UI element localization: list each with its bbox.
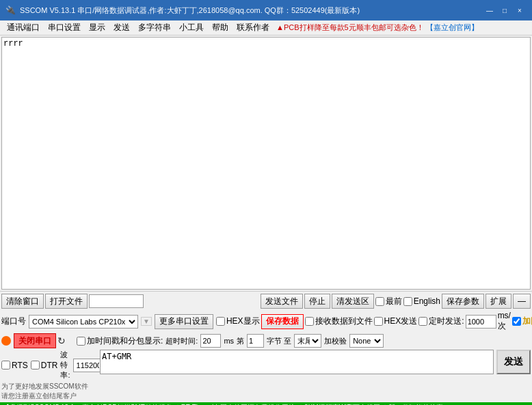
- timed-send-label: 定时发送:: [418, 316, 464, 327]
- title-bar-icon: 🔌: [5, 5, 16, 15]
- clear-window-button[interactable]: 清除窗口: [1, 294, 44, 309]
- send-area-row: RTS DTR 波特率: 115200 为了更好地发展SSCOM软件 请您注册嘉…: [1, 350, 531, 401]
- hex-display-checkbox[interactable]: [216, 317, 225, 326]
- timeout-label: 超时时间:: [165, 336, 198, 346]
- toolbar-row1: 清除窗口 打开文件 发送文件 停止 清发送区 最前 English 保存参数 扩…: [1, 293, 531, 309]
- note-area: 为了更好地发展SSCOM软件 请您注册嘉立创结尾客户: [1, 382, 97, 401]
- clear-send-button[interactable]: 清发送区: [332, 294, 374, 309]
- save-params-button[interactable]: 保存参数: [442, 294, 484, 309]
- menu-contact[interactable]: 联系作者: [232, 20, 274, 35]
- note-line2: 请您注册嘉立创结尾客户: [1, 391, 97, 401]
- byte-label: 字节 至: [267, 336, 291, 346]
- page-input[interactable]: [247, 334, 264, 348]
- left-controls: RTS DTR 波特率: 115200 为了更好地发展SSCOM软件 请您注册嘉…: [1, 350, 97, 401]
- menu-ad: ▲PCB打样降至每款5元顺丰包邮可选杂色！ 【嘉立创官网】: [274, 21, 481, 34]
- check-select[interactable]: None: [349, 334, 384, 348]
- add-enter-label: 加回车换行: [512, 316, 532, 327]
- close-button[interactable]: ×: [513, 3, 527, 17]
- dtr-checkbox[interactable]: [31, 361, 40, 369]
- dtr-label: DTR: [31, 361, 58, 370]
- title-bar-text: SSCOM V5.13.1 串口/网络数据调试器,作者:大虾丁丁,2618058…: [20, 5, 483, 16]
- receive-file-checkbox[interactable]: [305, 317, 314, 326]
- rts-label: RTS: [1, 361, 28, 370]
- last-checkbox-label: 最前: [375, 296, 402, 307]
- main-display-area: rrrr: [1, 37, 531, 290]
- close-port-area: 关闭串口 ↻: [1, 333, 66, 348]
- more-settings-button[interactable]: 更多串口设置: [155, 314, 213, 329]
- status-indicator: [1, 336, 11, 346]
- send-button[interactable]: 发送: [496, 350, 531, 374]
- menu-official-link[interactable]: 【嘉立创官网】: [426, 23, 479, 31]
- receive-file-label: 接收数据到文件: [305, 316, 373, 327]
- add-enter-text: 加回车换行: [522, 316, 532, 327]
- port-dropdown-arrow[interactable]: ▼: [141, 317, 152, 326]
- bottom-area: 清除窗口 打开文件 发送文件 停止 清发送区 最前 English 保存参数 扩…: [0, 291, 532, 402]
- hex-send-checkbox[interactable]: [374, 317, 383, 326]
- menu-help[interactable]: 帮助: [208, 20, 232, 35]
- rts-dtr-row: RTS DTR 波特率: 115200: [1, 350, 97, 380]
- rts-checkbox[interactable]: [1, 361, 10, 369]
- baud-label: 波特率:: [60, 350, 70, 380]
- timeout-unit: ms: [224, 337, 234, 345]
- hex-display-label: HEX显示: [216, 316, 260, 327]
- title-bar: 🔌 SSCOM V5.13.1 串口/网络数据调试器,作者:大虾丁丁,26180…: [0, 0, 532, 20]
- menu-tools[interactable]: 小工具: [175, 20, 208, 35]
- refresh-icon[interactable]: ↻: [57, 335, 66, 346]
- close-port-button[interactable]: 关闭串口: [14, 333, 56, 348]
- hex-send-label: HEX发送: [374, 316, 418, 327]
- save-data-button[interactable]: 保存数据: [261, 314, 304, 329]
- timestamp-label: 加时间戳和分包显示:: [77, 335, 163, 347]
- menu-serial-settings[interactable]: 串口设置: [44, 20, 85, 35]
- port-label: 端口号: [1, 316, 26, 327]
- english-checkbox[interactable]: [403, 297, 412, 306]
- timeout-input[interactable]: [200, 334, 221, 348]
- add-enter-checkbox[interactable]: [512, 317, 521, 326]
- send-file-button[interactable]: 发送文件: [261, 294, 303, 309]
- minimize-button[interactable]: —: [483, 3, 496, 17]
- hex-options: HEX显示 保存数据 接收数据到文件 HEX发送 定时发送: ms/次 加回车换…: [216, 311, 532, 332]
- send-controls: AT+GMR 发送: [100, 350, 531, 374]
- send-text-input[interactable]: AT+GMR: [100, 350, 494, 374]
- last-checkbox[interactable]: [375, 297, 384, 306]
- port-row: 端口号 COM4 Silicon Labs CP210x U... ▼ 更多串口…: [1, 311, 531, 332]
- port-select[interactable]: COM4 Silicon Labs CP210x U...: [29, 315, 138, 329]
- check-label: 加校验: [324, 336, 347, 346]
- menu-comm-port[interactable]: 通讯端口: [3, 20, 44, 35]
- timed-unit: ms/次: [498, 311, 511, 332]
- page-label: 第: [237, 336, 244, 346]
- expand-button[interactable]: 扩展: [486, 294, 511, 309]
- title-bar-controls: — □ ×: [483, 3, 527, 17]
- stop-button[interactable]: 停止: [304, 294, 330, 309]
- menu-multistring[interactable]: 多字符串: [134, 20, 175, 35]
- status-ticker-bar: 【升级到SSCOM5.13.1 ★嘉立创PCB打样SMT贴片服务 ★RT-Thr…: [0, 402, 532, 405]
- open-file-button[interactable]: 打开文件: [45, 294, 88, 309]
- collapse-button[interactable]: —: [513, 294, 531, 309]
- menu-display[interactable]: 显示: [85, 20, 109, 35]
- timed-value-input[interactable]: [466, 315, 496, 329]
- maximize-button[interactable]: □: [498, 3, 511, 17]
- file-path-input[interactable]: [89, 294, 144, 308]
- timed-send-checkbox[interactable]: [418, 317, 427, 326]
- english-checkbox-label: English: [403, 296, 440, 306]
- byte-end-select[interactable]: 末尾: [294, 334, 321, 348]
- timestamp-checkbox[interactable]: [77, 337, 85, 346]
- send-input-area: AT+GMR 发送: [100, 350, 531, 374]
- received-text: rrrr: [3, 39, 23, 48]
- menu-bar: 通讯端口 串口设置 显示 发送 多字符串 小工具 帮助 联系作者 ▲PCB打样降…: [0, 20, 532, 36]
- options-row: 关闭串口 ↻ 加时间戳和分包显示: 超时时间: ms 第 字节 至 末尾 加校验…: [1, 333, 531, 348]
- menu-send[interactable]: 发送: [109, 20, 134, 35]
- note-line1: 为了更好地发展SSCOM软件: [1, 382, 97, 391]
